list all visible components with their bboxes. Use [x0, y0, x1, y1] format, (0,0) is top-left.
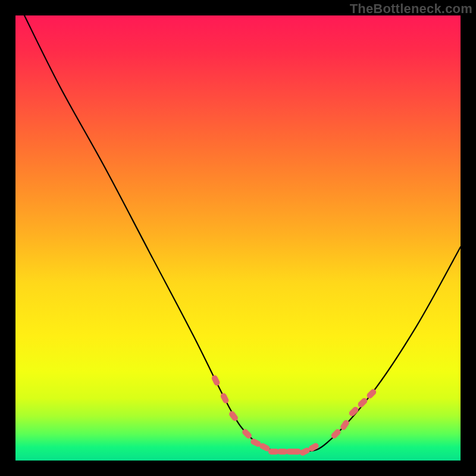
highlight-marker: [357, 397, 369, 409]
highlight-marker: [259, 442, 271, 452]
highlight-marker: [228, 410, 239, 422]
highlight-marker: [211, 374, 221, 387]
highlight-marker: [339, 419, 350, 431]
chart-frame: TheBottleneck.com: [0, 0, 476, 476]
highlight-marker: [366, 388, 378, 400]
highlight-marker: [348, 406, 360, 418]
highlight-marker: [330, 428, 342, 440]
highlight-marker: [290, 449, 301, 455]
highlight-marker: [241, 428, 253, 440]
watermark-text: TheBottleneck.com: [350, 1, 472, 17]
chart-plot-area: [15, 15, 461, 461]
highlight-marker: [299, 446, 311, 456]
highlight-marker: [308, 442, 320, 453]
bottleneck-curve-path: [24, 15, 461, 453]
highlight-marker: [286, 449, 297, 455]
highlight-marker: [277, 449, 288, 455]
chart-svg: [15, 15, 461, 461]
highlight-marker: [250, 438, 262, 448]
highlight-marker: [220, 392, 230, 405]
highlight-markers-group: [211, 374, 377, 456]
highlight-marker: [268, 449, 279, 455]
